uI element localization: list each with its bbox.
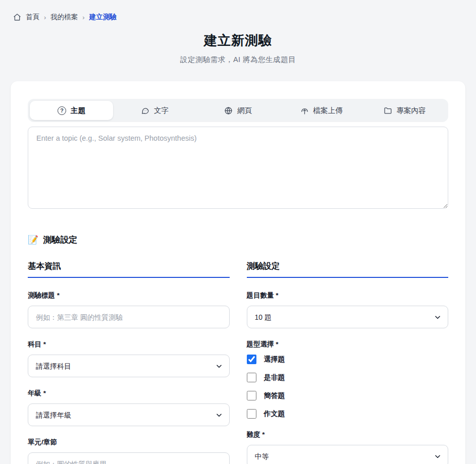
quiz-title-field: 測驗標題 * (28, 291, 230, 328)
question-count-select[interactable]: 10 題 (247, 306, 449, 328)
page-header: 建立新測驗 設定測驗需求，AI 將為您生成題目 (0, 32, 476, 65)
home-icon[interactable] (13, 13, 21, 21)
question-type-row[interactable]: 簡答題 (247, 391, 449, 400)
subject-field: 科目 * 請選擇科目 (28, 340, 230, 377)
tab-label: 專案內容 (397, 106, 426, 115)
grade-field: 年級 * 請選擇年級 (28, 389, 230, 426)
quiz-title-label: 測驗標題 * (28, 291, 230, 300)
question-types-label: 題型選擇 * (247, 340, 449, 349)
quiz-settings-section-header: 📝 測驗設定 (28, 234, 448, 246)
quiz-settings-heading: 測驗設定 (247, 261, 449, 278)
topic-input[interactable] (28, 127, 448, 209)
basic-info-heading: 基本資訊 (28, 261, 230, 278)
quiz-setup-card: ? 主題 文字 網頁 檔案上傳 專案內容 (11, 81, 465, 464)
subject-label: 科目 * (28, 340, 230, 349)
tab-topic[interactable]: ? 主題 (30, 101, 113, 120)
difficulty-select[interactable]: 中等 (247, 445, 449, 464)
breadcrumb-item-create-quiz: 建立測驗 (89, 13, 117, 22)
source-tabbar: ? 主題 文字 網頁 檔案上傳 專案內容 (28, 99, 448, 122)
question-type-label: 作文題 (264, 410, 285, 419)
quiz-title-input[interactable] (28, 306, 230, 328)
question-type-label: 簡答題 (264, 391, 285, 400)
upload-icon (300, 106, 309, 115)
tab-label: 網頁 (237, 106, 252, 115)
breadcrumb-item-my-files[interactable]: 我的檔案 (50, 13, 78, 22)
question-circle-icon: ? (58, 106, 66, 115)
chevron-right-icon: › (44, 14, 46, 21)
question-type-checkbox-mcq[interactable] (247, 355, 256, 364)
unit-field: 單元/章節 (28, 438, 230, 464)
question-types-group: 選擇題 是非題 簡答題 作文題 (247, 355, 449, 419)
breadcrumb-item-home[interactable]: 首頁 (26, 13, 39, 22)
tab-text[interactable]: 文字 (113, 101, 196, 120)
chevron-right-icon: › (82, 14, 84, 21)
tab-label: 主題 (71, 106, 85, 115)
subject-select[interactable]: 請選擇科目 (28, 355, 230, 377)
difficulty-label: 難度 * (247, 430, 449, 439)
question-type-row[interactable]: 是非題 (247, 373, 449, 382)
chat-icon (141, 106, 149, 115)
question-type-row[interactable]: 選擇題 (247, 355, 449, 364)
tab-project-content[interactable]: 專案內容 (363, 101, 446, 120)
tab-label: 檔案上傳 (313, 106, 343, 115)
question-type-label: 是非題 (264, 373, 285, 382)
quiz-settings-column: 測驗設定 題目數量 * 10 題 題型選擇 * 選擇題 (247, 261, 449, 464)
page-title: 建立新測驗 (0, 32, 476, 49)
memo-icon: 📝 (28, 235, 38, 245)
breadcrumb: 首頁 › 我的檔案 › 建立測驗 (0, 0, 476, 22)
tab-label: 文字 (154, 106, 169, 115)
grade-select[interactable]: 請選擇年級 (28, 403, 230, 426)
question-type-checkbox-essay[interactable] (247, 409, 256, 419)
unit-label: 單元/章節 (28, 438, 230, 447)
tab-file-upload[interactable]: 檔案上傳 (280, 101, 363, 120)
question-count-label: 題目數量 * (247, 291, 449, 300)
globe-icon (224, 106, 233, 115)
difficulty-field: 難度 * 中等 (247, 430, 449, 464)
question-type-row[interactable]: 作文題 (247, 409, 449, 419)
question-count-field: 題目數量 * 10 題 (247, 291, 449, 328)
question-type-label: 選擇題 (264, 355, 285, 364)
section-title: 測驗設定 (43, 234, 77, 246)
settings-columns: 基本資訊 測驗標題 * 科目 * 請選擇科目 年級 * (28, 261, 448, 464)
question-type-checkbox-true-false[interactable] (247, 373, 256, 382)
unit-input[interactable] (28, 452, 230, 464)
question-types-field: 題型選擇 * 選擇題 是非題 簡答題 (247, 340, 449, 419)
grade-label: 年級 * (28, 389, 230, 398)
tab-web[interactable]: 網頁 (196, 101, 280, 120)
folder-icon (384, 106, 392, 115)
basic-info-column: 基本資訊 測驗標題 * 科目 * 請選擇科目 年級 * (28, 261, 230, 464)
question-type-checkbox-short-answer[interactable] (247, 391, 256, 400)
page-subtitle: 設定測驗需求，AI 將為您生成題目 (0, 55, 476, 65)
